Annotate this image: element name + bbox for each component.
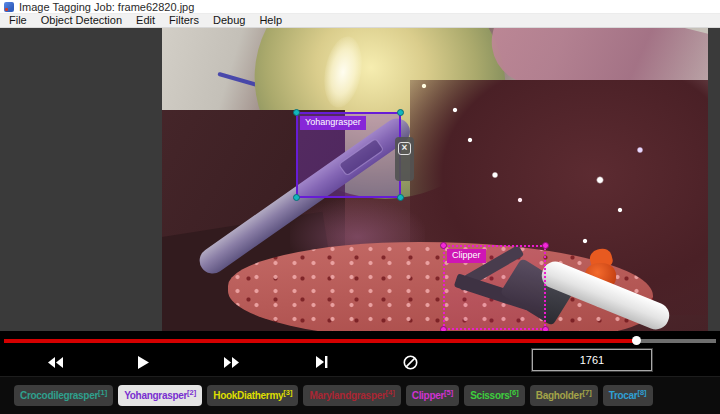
annotation-toolbar: × — [395, 137, 414, 181]
menu-item-edit[interactable]: Edit — [129, 14, 162, 27]
fast-forward-button[interactable] — [215, 351, 247, 373]
class-hotkey: [6] — [510, 388, 519, 397]
class-button-scissors[interactable]: Scissors[6] — [464, 385, 524, 406]
block-icon — [403, 355, 418, 370]
fast-forward-icon — [224, 357, 239, 368]
transport-bar — [0, 331, 720, 376]
skip-to-end-icon — [316, 356, 328, 368]
bbox-handle-bottom-right[interactable] — [397, 194, 404, 201]
rewind-icon — [48, 357, 63, 368]
class-hotkey: [7] — [582, 388, 591, 397]
bbox-handle-top-left[interactable] — [293, 109, 300, 116]
class-button-marylandgrasper[interactable]: Marylandgrasper[4] — [303, 385, 400, 406]
class-button-clipper[interactable]: Clipper[5] — [406, 385, 460, 406]
class-bar: Crocodilegrasper[1]Yohangrasper[2]HookDi… — [0, 376, 720, 414]
surgical-frame-canvas[interactable]: Yohangrasper × Clipper — [162, 28, 708, 331]
bbox-label-yohangrasper: Yohangrasper — [300, 116, 366, 130]
class-label: Clipper — [412, 390, 444, 401]
block-button[interactable] — [394, 351, 426, 373]
menu-item-object-detection[interactable]: Object Detection — [34, 14, 129, 27]
menu-item-debug[interactable]: Debug — [206, 14, 252, 27]
rewind-button[interactable] — [39, 351, 71, 373]
class-button-trocar[interactable]: Trocar[8] — [603, 385, 653, 406]
bbox-handle-top-left[interactable] — [440, 242, 447, 249]
delete-annotation-button[interactable]: × — [398, 142, 411, 155]
skip-to-end-button[interactable] — [306, 351, 338, 373]
bbox-handle-top-right[interactable] — [542, 242, 549, 249]
menu-item-file[interactable]: File — [2, 14, 34, 27]
viewport: Yohangrasper × Clipper — [0, 28, 720, 331]
class-hotkey: [5] — [444, 388, 453, 397]
window-title: Image Tagging Job: frame62820.jpg — [19, 0, 194, 14]
class-label: Yohangrasper — [124, 390, 187, 401]
specular-highlights — [162, 28, 708, 331]
class-label: Bagholder — [536, 390, 583, 401]
bbox-yohangrasper[interactable]: Yohangrasper — [296, 112, 401, 198]
class-label: Scissors — [470, 390, 509, 401]
menu-item-filters[interactable]: Filters — [162, 14, 206, 27]
class-button-yohangrasper[interactable]: Yohangrasper[2] — [118, 385, 202, 406]
class-label: Trocar — [609, 390, 638, 401]
class-hotkey: [2] — [187, 388, 196, 397]
class-button-crocodilegrasper[interactable]: Crocodilegrasper[1] — [14, 385, 113, 406]
seek-handle[interactable] — [632, 336, 641, 345]
class-hotkey: [1] — [98, 388, 107, 397]
seek-progress — [4, 339, 636, 343]
class-button-bagholder[interactable]: Bagholder[7] — [530, 385, 598, 406]
bbox-clipper[interactable]: Clipper — [443, 245, 546, 330]
bbox-handle-bottom-left[interactable] — [293, 194, 300, 201]
class-button-hookdiathermy[interactable]: HookDiathermy[3] — [207, 385, 298, 406]
seek-track[interactable] — [4, 339, 716, 343]
play-button[interactable] — [127, 351, 159, 373]
bbox-handle-top-right[interactable] — [397, 109, 404, 116]
frame-number-input[interactable] — [532, 349, 652, 371]
class-hotkey: [4] — [386, 388, 395, 397]
bbox-label-clipper: Clipper — [447, 249, 486, 263]
title-bar: Image Tagging Job: frame62820.jpg — [0, 0, 720, 14]
play-icon — [138, 356, 149, 369]
menu-item-help[interactable]: Help — [252, 14, 289, 27]
app-icon — [4, 2, 14, 12]
class-label: HookDiathermy — [213, 390, 283, 401]
class-label: Marylandgrasper — [309, 390, 385, 401]
class-hotkey: [3] — [283, 388, 292, 397]
class-hotkey: [8] — [637, 388, 646, 397]
class-label: Crocodilegrasper — [20, 390, 98, 401]
menu-bar: FileObject DetectionEditFiltersDebugHelp — [0, 14, 720, 28]
